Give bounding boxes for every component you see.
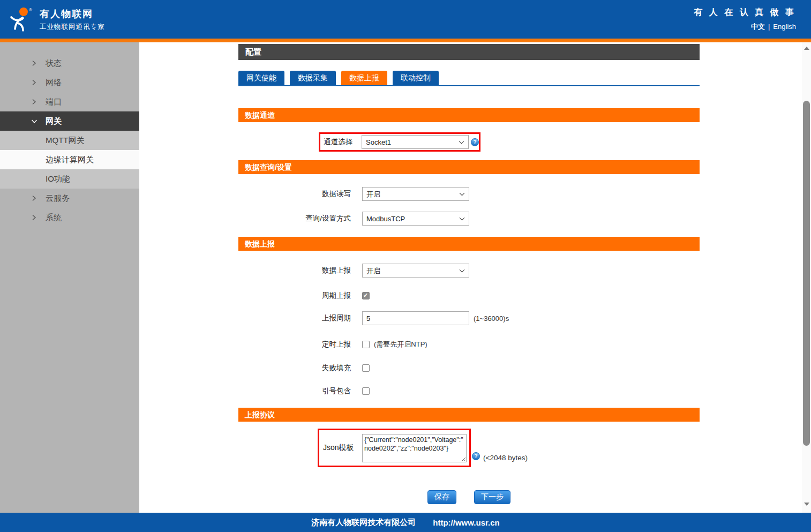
usr-logo-icon: ® <box>7 6 33 32</box>
sidebar-item-label: 云服务 <box>46 193 70 204</box>
page: ® 有人物联网 工业物联网通讯专家 有 人 在 认 真 做 事 中文|Engli… <box>0 0 811 532</box>
query-method-row: 查询/设置方式 ModbusTCP <box>238 212 700 226</box>
tab-gateway-enable[interactable]: 网关使能 <box>238 71 284 85</box>
chevron-right-icon <box>31 79 39 86</box>
footer-company: 济南有人物联网技术有限公司 <box>311 518 416 528</box>
data-read-write-label: 数据读写 <box>238 189 362 199</box>
timed-report-hint: (需要先开启NTP) <box>374 340 427 349</box>
quote-include-checkbox[interactable] <box>362 387 370 395</box>
sidebar-item-label: 端口 <box>46 97 62 107</box>
periodic-report-checkbox[interactable] <box>362 292 370 299</box>
svg-text:®: ® <box>29 8 32 12</box>
brand-subtitle: 工业物联网通讯专家 <box>40 23 105 32</box>
sidebar-item-label: 系统 <box>46 213 62 223</box>
triangle-down-icon <box>804 503 809 506</box>
save-button[interactable]: 保存 <box>427 490 456 504</box>
fail-fill-label: 失败填充 <box>238 363 362 373</box>
chevron-right-icon <box>31 214 39 221</box>
data-read-write-select[interactable]: 开启 <box>362 187 469 201</box>
sidebar-item-cloud-service[interactable]: 云服务 <box>0 189 139 208</box>
scroll-up-button[interactable] <box>802 43 811 53</box>
tab-data-report[interactable]: 数据上报 <box>341 71 387 85</box>
page-footer: 济南有人物联网技术有限公司 http://www.usr.cn <box>0 513 811 532</box>
channel-select[interactable]: Socket1 <box>362 135 469 149</box>
help-icon[interactable]: ? <box>472 452 480 460</box>
fail-fill-row: 失败填充 <box>238 364 700 372</box>
periodic-report-row: 周期上报 <box>238 291 700 299</box>
tab-data-collection[interactable]: 数据采集 <box>290 71 336 85</box>
slogan-text: 有 人 在 认 真 做 事 <box>694 7 796 18</box>
red-highlight-box: Json模板 {"Current":"node0201","Voltage":"… <box>318 429 471 467</box>
report-enable-row: 数据上报 开启 <box>238 264 700 278</box>
scrollbar-thumb[interactable] <box>803 101 810 446</box>
json-template-hint: (<2048 bytes) <box>483 454 528 462</box>
data-read-write-row: 数据读写 开启 <box>238 187 700 201</box>
periodic-report-label: 周期上报 <box>238 291 362 301</box>
brand: ® 有人物联网 工业物联网通讯专家 <box>7 6 105 32</box>
chevron-right-icon <box>31 195 39 201</box>
sidebar-item-io-function[interactable]: IO功能 <box>0 169 139 189</box>
main-content: 配置 网关使能 数据采集 数据上报 联动控制 数据通道 通道选择 Socket1… <box>238 42 700 504</box>
sidebar-item-label: IO功能 <box>46 174 70 184</box>
sidebar-item-port[interactable]: 端口 <box>0 92 139 111</box>
report-enable-label: 数据上报 <box>238 266 362 275</box>
sidebar-item-label: 边缘计算网关 <box>46 155 94 165</box>
json-template-row: Json模板 {"Current":"node0201","Voltage":"… <box>238 429 700 467</box>
chevron-right-icon <box>31 99 39 105</box>
json-template-label: Json模板 <box>321 443 362 453</box>
sidebar-item-label: 网关 <box>46 116 62 126</box>
channel-select-row: 通道选择 Socket1 ? <box>238 132 700 152</box>
sidebar-item-label: MQTT网关 <box>46 136 85 146</box>
sidebar-item-label: 状态 <box>46 58 62 69</box>
button-row: 保存 下一步 <box>238 490 700 504</box>
report-period-label: 上报周期 <box>238 313 362 323</box>
sidebar-nav: 状态 网络 端口 网关 MQTT网关 边缘计算网关 IO功能 云服务 系统 <box>0 42 139 513</box>
query-method-label: 查询/设置方式 <box>238 214 362 223</box>
sidebar-item-network[interactable]: 网络 <box>0 73 139 92</box>
sidebar-item-mqtt-gateway[interactable]: MQTT网关 <box>0 131 139 150</box>
help-icon[interactable]: ? <box>471 138 479 146</box>
section-header-report-protocol: 上报协议 <box>238 408 700 422</box>
json-template-textarea[interactable]: {"Current":"node0201","Voltage":"node020… <box>362 434 467 462</box>
red-highlight-box: 通道选择 Socket1 ? <box>319 132 480 152</box>
json-template-aside: ? (<2048 bytes) <box>472 452 528 467</box>
lang-zh-link[interactable]: 中文 <box>751 23 765 31</box>
section-header-data-channel: 数据通道 <box>238 108 700 122</box>
triangle-up-icon <box>804 47 809 50</box>
next-button[interactable]: 下一步 <box>474 490 510 504</box>
query-method-select[interactable]: ModbusTCP <box>362 212 469 226</box>
channel-select-label: 通道选择 <box>324 137 362 147</box>
page-title: 配置 <box>238 44 700 60</box>
header-right: 有 人 在 认 真 做 事 中文|English <box>694 7 796 32</box>
brand-text: 有人物联网 工业物联网通讯专家 <box>40 8 105 32</box>
quote-include-row: 引号包含 <box>238 387 700 395</box>
tab-linkage-control[interactable]: 联动控制 <box>393 71 439 85</box>
vertical-scrollbar[interactable] <box>802 42 811 513</box>
top-header: ® 有人物联网 工业物联网通讯专家 有 人 在 认 真 做 事 中文|Engli… <box>0 0 811 39</box>
footer-url-link[interactable]: http://www.usr.cn <box>433 518 499 527</box>
timed-report-label: 定时上报 <box>238 340 362 349</box>
chevron-down-icon <box>31 118 39 124</box>
sidebar-item-status[interactable]: 状态 <box>0 54 139 73</box>
timed-report-checkbox[interactable] <box>362 341 370 348</box>
report-period-row: 上报周期 (1~36000)s <box>238 311 700 325</box>
fail-fill-checkbox[interactable] <box>362 364 370 372</box>
brand-title: 有人物联网 <box>40 8 105 20</box>
timed-report-row: 定时上报 (需要先开启NTP) <box>238 340 700 348</box>
lang-en-link[interactable]: English <box>773 23 796 31</box>
sidebar-item-label: 网络 <box>46 78 62 88</box>
section-header-data-report: 数据上报 <box>238 237 700 251</box>
quote-include-label: 引号包含 <box>238 386 362 396</box>
tab-bar: 网关使能 数据采集 数据上报 联动控制 <box>238 71 700 86</box>
lang-divider: | <box>768 23 770 31</box>
scroll-down-button[interactable] <box>802 499 811 508</box>
sidebar-item-edge-computing-gateway[interactable]: 边缘计算网关 <box>0 150 139 169</box>
sidebar-item-gateway[interactable]: 网关 <box>0 111 139 131</box>
report-enable-select[interactable]: 开启 <box>362 264 469 278</box>
sidebar-item-system[interactable]: 系统 <box>0 208 139 227</box>
orange-stripe <box>0 39 811 42</box>
report-period-hint: (1~36000)s <box>474 314 509 323</box>
report-period-input[interactable] <box>362 311 469 325</box>
language-switcher: 中文|English <box>694 22 796 32</box>
chevron-right-icon <box>31 60 39 66</box>
